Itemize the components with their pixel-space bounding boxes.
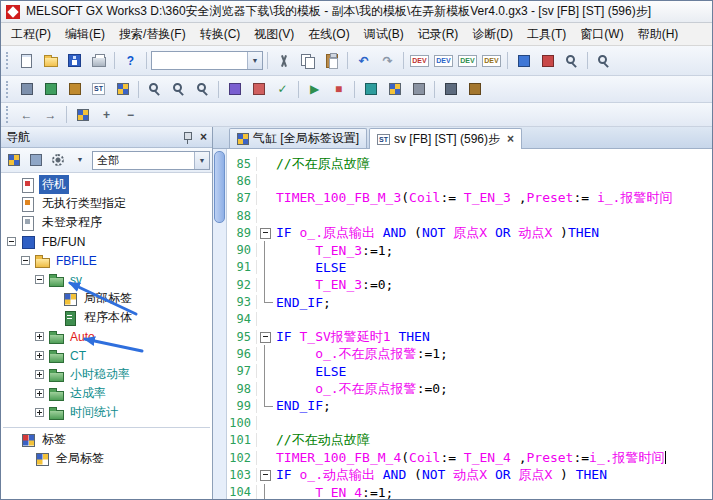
menu-record[interactable]: 记录(R) [411, 23, 466, 46]
collapse-icon[interactable] [21, 256, 30, 265]
menu-help[interactable]: 帮助(H) [631, 23, 686, 46]
nav-tree-item-label-section[interactable]: 标签 [1, 430, 212, 449]
nav-tree-item-unregistered-program[interactable]: 未登录程序 [1, 213, 212, 232]
cut-button[interactable] [272, 50, 295, 72]
find-button[interactable] [143, 78, 166, 100]
nav-settings-button[interactable] [48, 150, 68, 170]
menu-project[interactable]: 工程(P) [4, 23, 58, 46]
watch-window-button[interactable] [560, 50, 583, 72]
toolbar-separator [354, 81, 355, 98]
code-line: 90 T_EN_3:=1; [227, 241, 712, 258]
st-editor-button[interactable]: ST [87, 78, 110, 100]
device-batch-monitor-button[interactable] [383, 78, 406, 100]
expand-all-button[interactable]: + [95, 104, 118, 126]
memory-card-button[interactable] [439, 78, 462, 100]
menu-diagnostics[interactable]: 诊断(D) [465, 23, 520, 46]
tab-sv-fb-st[interactable]: STsv [FB] [ST] (596)步× [369, 128, 522, 149]
zoom-button[interactable] [592, 50, 615, 72]
tab-cylinder-global-label[interactable]: 气缸 [全局标签设置] [229, 128, 367, 148]
device-write-button[interactable]: DEV [408, 50, 431, 72]
nav-tree-item-fbfile[interactable]: FBFILE [1, 251, 212, 270]
pin-icon[interactable] [182, 131, 193, 144]
menu-tool[interactable]: 工具(T) [520, 23, 573, 46]
st-code-area[interactable]: 85//不在原点故障8687TIMER_100_FB_M_3(Coil:= T_… [227, 149, 712, 500]
parameter-button[interactable] [15, 78, 38, 100]
new-fb-button[interactable] [39, 78, 62, 100]
window-forward-button[interactable]: → [39, 104, 62, 126]
nav-tree-item-ct[interactable]: CT [1, 346, 212, 365]
fold-collapse-icon[interactable] [257, 224, 274, 241]
nav-tree-item-no-exec-type[interactable]: 无执行类型指定 [1, 194, 212, 213]
menu-window[interactable]: 窗口(W) [573, 23, 630, 46]
new-function-button[interactable] [63, 78, 86, 100]
fold-collapse-icon[interactable] [257, 328, 274, 345]
menu-view[interactable]: 视图(V) [247, 23, 301, 46]
scrollbar-thumb[interactable] [214, 151, 225, 223]
chevron-down-icon[interactable]: ▼ [194, 152, 209, 169]
device-read-button[interactable]: DEV [432, 50, 455, 72]
menu-search-replace[interactable]: 搜索/替换(F) [112, 23, 193, 46]
intelligent-function-button[interactable] [407, 78, 430, 100]
copy-button[interactable] [296, 50, 319, 72]
simulation-stop-button[interactable]: ■ [327, 78, 350, 100]
close-icon[interactable]: × [200, 131, 207, 143]
program-check-button[interactable]: ✓ [271, 78, 294, 100]
collapse-icon[interactable] [35, 275, 44, 284]
nav-tree-item-program-body[interactable]: 程序本体 [1, 308, 212, 327]
expand-icon[interactable] [35, 408, 44, 417]
expand-icon[interactable] [35, 370, 44, 379]
chevron-down-icon[interactable]: ▼ [247, 52, 262, 69]
expand-icon[interactable] [35, 351, 44, 360]
open-project-button[interactable] [39, 50, 62, 72]
save-project-button[interactable] [63, 50, 86, 72]
rebuild-all-button[interactable] [247, 78, 270, 100]
nav-tree-item-local-label[interactable]: 局部标签 [1, 289, 212, 308]
collapse-icon[interactable] [7, 237, 16, 246]
simulation-start-button[interactable]: ▶ [303, 78, 326, 100]
expand-icon[interactable] [35, 389, 44, 398]
nav-tree-item-fb-fun[interactable]: FB/FUN [1, 232, 212, 251]
nav-settings-arrow-button[interactable]: ▼ [70, 150, 90, 170]
monitor-start-button[interactable] [512, 50, 535, 72]
fold-collapse-icon[interactable] [257, 466, 274, 483]
security-button[interactable] [463, 78, 486, 100]
vertical-scrollbar[interactable] [213, 149, 227, 500]
help-button[interactable]: ? [119, 50, 142, 72]
collapse-all-button[interactable]: − [119, 104, 142, 126]
cross-reference-button[interactable] [167, 78, 190, 100]
docking-window-button[interactable] [71, 104, 94, 126]
online-monitor-button[interactable] [359, 78, 382, 100]
nav-tree-item-global-label[interactable]: 全局标签 [1, 449, 212, 468]
device-list-button[interactable] [191, 78, 214, 100]
nav-filter-combo[interactable]: 全部▼ [92, 151, 210, 170]
nav-tree-item-achievement-rate[interactable]: 达成率 [1, 384, 212, 403]
nav-tree-item-standby[interactable]: 待机 [1, 175, 212, 194]
monitor-stop-button[interactable] [536, 50, 559, 72]
device-delete-button[interactable]: DEV [480, 50, 503, 72]
code-token: 原点X [453, 225, 487, 240]
expand-icon[interactable] [35, 332, 44, 341]
menu-debug[interactable]: 调试(B) [357, 23, 411, 46]
nav-display-mode-button[interactable] [4, 150, 24, 170]
nav-tree-item-time-stats[interactable]: 时间统计 [1, 403, 212, 422]
paste-button[interactable] [320, 50, 343, 72]
undo-button[interactable]: ↶ [352, 50, 375, 72]
menu-online[interactable]: 在线(O) [301, 23, 356, 46]
close-tab-icon[interactable]: × [507, 133, 514, 145]
print-button[interactable] [87, 50, 110, 72]
nav-sort-button[interactable] [26, 150, 46, 170]
window-back-button[interactable]: ← [15, 104, 38, 126]
convert-program-button[interactable] [223, 78, 246, 100]
navigation-panel: 导航 × ▼全部▼ 待机无执行类型指定未登录程序FB/FUNFBFILEsv局部… [1, 127, 213, 500]
redo-button[interactable]: ↷ [376, 50, 399, 72]
window-select-combo[interactable]: ▼ [151, 51, 263, 70]
menu-convert[interactable]: 转换(C) [193, 23, 248, 46]
label-editor-button[interactable] [111, 78, 134, 100]
nav-tree-item-hour-rate[interactable]: 小时稳动率 [1, 365, 212, 384]
nav-tree-item-auto[interactable]: Auto [1, 327, 212, 346]
new-project-button[interactable] [15, 50, 38, 72]
device-verify-button[interactable]: DEV [456, 50, 479, 72]
nav-tree-item-sv[interactable]: sv [1, 270, 212, 289]
fold-marker [257, 311, 274, 328]
menu-edit[interactable]: 编辑(E) [58, 23, 112, 46]
